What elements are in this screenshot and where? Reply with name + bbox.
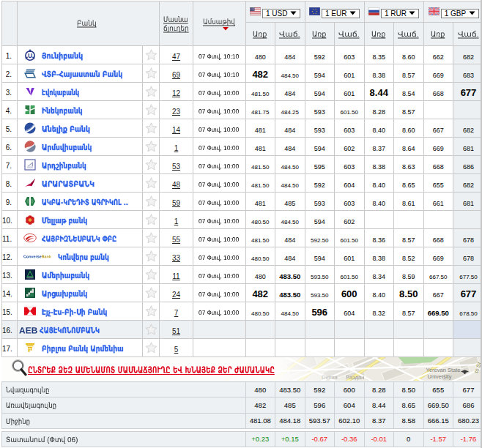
svg-text:U: U — [28, 52, 32, 59]
